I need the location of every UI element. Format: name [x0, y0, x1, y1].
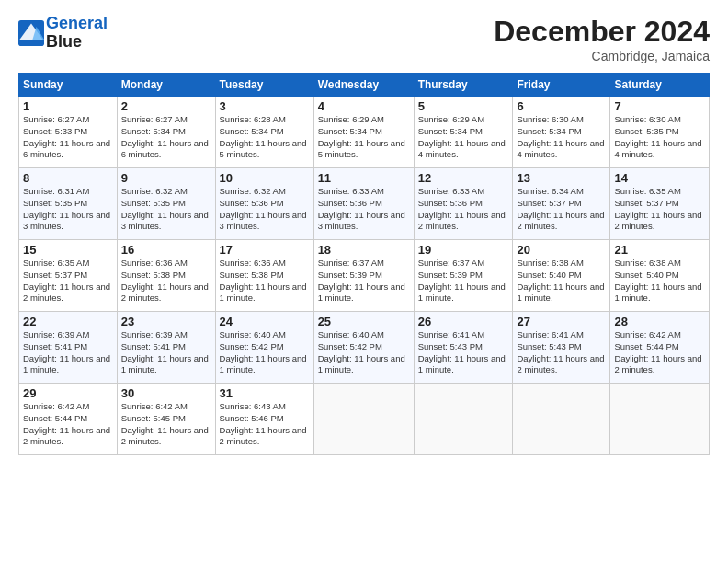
- day-info: Sunrise: 6:33 AMSunset: 5:36 PMDaylight:…: [418, 186, 509, 233]
- day-number: 22: [23, 315, 113, 328]
- day-number: 24: [220, 315, 310, 328]
- logo-text: General Blue: [46, 15, 108, 52]
- table-row: 8Sunrise: 6:31 AMSunset: 5:35 PMDaylight…: [19, 168, 118, 240]
- table-row: 1Sunrise: 6:27 AMSunset: 5:33 PMDaylight…: [19, 97, 118, 168]
- day-number: 30: [121, 386, 211, 400]
- table-row: 28Sunrise: 6:42 AMSunset: 5:44 PMDayligh…: [610, 312, 710, 384]
- day-info: Sunrise: 6:27 AMSunset: 5:33 PMDaylight:…: [23, 114, 113, 161]
- day-number: 5: [418, 99, 509, 113]
- day-info: Sunrise: 6:39 AMSunset: 5:41 PMDaylight:…: [23, 329, 113, 376]
- day-number: 14: [614, 171, 705, 185]
- day-number: 23: [121, 315, 211, 328]
- logo: General Blue: [18, 15, 108, 52]
- day-number: 18: [318, 243, 410, 257]
- day-info: Sunrise: 6:30 AMSunset: 5:35 PMDaylight:…: [614, 114, 705, 161]
- table-row: 24Sunrise: 6:40 AMSunset: 5:42 PMDayligh…: [215, 312, 313, 384]
- col-saturday: Saturday: [610, 74, 710, 97]
- table-row: 16Sunrise: 6:36 AMSunset: 5:38 PMDayligh…: [117, 240, 215, 312]
- calendar-week-3: 15Sunrise: 6:35 AMSunset: 5:37 PMDayligh…: [19, 240, 710, 312]
- table-row: 10Sunrise: 6:32 AMSunset: 5:36 PMDayligh…: [215, 168, 313, 240]
- table-row: 6Sunrise: 6:30 AMSunset: 5:34 PMDaylight…: [513, 97, 610, 168]
- day-info: Sunrise: 6:27 AMSunset: 5:34 PMDaylight:…: [121, 114, 211, 161]
- day-info: Sunrise: 6:28 AMSunset: 5:34 PMDaylight:…: [220, 114, 310, 161]
- day-number: 2: [121, 99, 211, 113]
- day-info: Sunrise: 6:38 AMSunset: 5:40 PMDaylight:…: [517, 258, 606, 304]
- day-number: 27: [517, 315, 606, 328]
- day-number: 11: [318, 171, 410, 185]
- table-row: 22Sunrise: 6:39 AMSunset: 5:41 PMDayligh…: [19, 312, 118, 384]
- col-sunday: Sunday: [19, 74, 118, 97]
- table-row: 9Sunrise: 6:32 AMSunset: 5:35 PMDaylight…: [117, 168, 215, 240]
- day-number: 16: [121, 243, 211, 257]
- table-row: [513, 384, 610, 455]
- day-info: Sunrise: 6:40 AMSunset: 5:42 PMDaylight:…: [220, 329, 310, 376]
- day-number: 21: [614, 243, 705, 257]
- day-info: Sunrise: 6:37 AMSunset: 5:39 PMDaylight:…: [318, 258, 410, 304]
- day-number: 6: [517, 99, 606, 113]
- col-wednesday: Wednesday: [313, 74, 414, 97]
- day-number: 25: [318, 315, 410, 328]
- table-row: 26Sunrise: 6:41 AMSunset: 5:43 PMDayligh…: [414, 312, 513, 384]
- day-info: Sunrise: 6:35 AMSunset: 5:37 PMDaylight:…: [23, 258, 113, 304]
- table-row: 4Sunrise: 6:29 AMSunset: 5:34 PMDaylight…: [313, 97, 414, 168]
- day-info: Sunrise: 6:29 AMSunset: 5:34 PMDaylight:…: [318, 114, 410, 161]
- day-number: 10: [220, 171, 310, 185]
- day-info: Sunrise: 6:39 AMSunset: 5:41 PMDaylight:…: [121, 329, 211, 376]
- day-number: 17: [220, 243, 310, 257]
- day-info: Sunrise: 6:29 AMSunset: 5:34 PMDaylight:…: [418, 114, 509, 161]
- table-row: 3Sunrise: 6:28 AMSunset: 5:34 PMDaylight…: [215, 97, 313, 168]
- table-row: 31Sunrise: 6:43 AMSunset: 5:46 PMDayligh…: [215, 384, 313, 455]
- day-info: Sunrise: 6:42 AMSunset: 5:44 PMDaylight:…: [23, 401, 113, 448]
- day-number: 8: [23, 171, 113, 185]
- calendar-table: Sunday Monday Tuesday Wednesday Thursday…: [18, 73, 710, 455]
- day-info: Sunrise: 6:41 AMSunset: 5:43 PMDaylight:…: [517, 329, 606, 376]
- table-row: 15Sunrise: 6:35 AMSunset: 5:37 PMDayligh…: [19, 240, 118, 312]
- day-number: 4: [318, 99, 410, 113]
- table-row: 25Sunrise: 6:40 AMSunset: 5:42 PMDayligh…: [313, 312, 414, 384]
- table-row: [313, 384, 414, 455]
- header-row: Sunday Monday Tuesday Wednesday Thursday…: [19, 74, 710, 97]
- table-row: 2Sunrise: 6:27 AMSunset: 5:34 PMDaylight…: [117, 97, 215, 168]
- col-friday: Friday: [513, 74, 610, 97]
- calendar-page: General Blue December 2024 Cambridge, Ja…: [0, 0, 728, 563]
- table-row: 18Sunrise: 6:37 AMSunset: 5:39 PMDayligh…: [313, 240, 414, 312]
- logo-icon: [18, 20, 44, 46]
- day-info: Sunrise: 6:37 AMSunset: 5:39 PMDaylight:…: [418, 258, 509, 304]
- col-thursday: Thursday: [414, 74, 513, 97]
- table-row: 12Sunrise: 6:33 AMSunset: 5:36 PMDayligh…: [414, 168, 513, 240]
- table-row: 11Sunrise: 6:33 AMSunset: 5:36 PMDayligh…: [313, 168, 414, 240]
- day-number: 20: [517, 243, 606, 257]
- col-monday: Monday: [117, 74, 215, 97]
- calendar-week-1: 1Sunrise: 6:27 AMSunset: 5:33 PMDaylight…: [19, 97, 710, 168]
- calendar-week-5: 29Sunrise: 6:42 AMSunset: 5:44 PMDayligh…: [19, 384, 710, 455]
- day-info: Sunrise: 6:36 AMSunset: 5:38 PMDaylight:…: [121, 258, 211, 304]
- day-info: Sunrise: 6:33 AMSunset: 5:36 PMDaylight:…: [318, 186, 410, 233]
- table-row: [414, 384, 513, 455]
- day-info: Sunrise: 6:32 AMSunset: 5:36 PMDaylight:…: [220, 186, 310, 233]
- table-row: 20Sunrise: 6:38 AMSunset: 5:40 PMDayligh…: [513, 240, 610, 312]
- day-number: 19: [418, 243, 509, 257]
- table-row: 29Sunrise: 6:42 AMSunset: 5:44 PMDayligh…: [19, 384, 118, 455]
- table-row: 5Sunrise: 6:29 AMSunset: 5:34 PMDaylight…: [414, 97, 513, 168]
- day-info: Sunrise: 6:42 AMSunset: 5:44 PMDaylight:…: [614, 329, 705, 376]
- day-info: Sunrise: 6:42 AMSunset: 5:45 PMDaylight:…: [121, 401, 211, 448]
- day-number: 1: [23, 99, 113, 113]
- table-row: 30Sunrise: 6:42 AMSunset: 5:45 PMDayligh…: [117, 384, 215, 455]
- day-info: Sunrise: 6:41 AMSunset: 5:43 PMDaylight:…: [418, 329, 509, 376]
- day-number: 28: [614, 315, 705, 328]
- day-info: Sunrise: 6:43 AMSunset: 5:46 PMDaylight:…: [220, 401, 310, 448]
- day-number: 7: [614, 99, 705, 113]
- table-row: 27Sunrise: 6:41 AMSunset: 5:43 PMDayligh…: [513, 312, 610, 384]
- table-row: 14Sunrise: 6:35 AMSunset: 5:37 PMDayligh…: [610, 168, 710, 240]
- day-info: Sunrise: 6:30 AMSunset: 5:34 PMDaylight:…: [517, 114, 606, 161]
- day-number: 15: [23, 243, 113, 257]
- month-title: December 2024: [494, 15, 710, 49]
- table-row: [610, 384, 710, 455]
- day-number: 29: [23, 386, 113, 400]
- day-info: Sunrise: 6:32 AMSunset: 5:35 PMDaylight:…: [121, 186, 211, 233]
- day-number: 12: [418, 171, 509, 185]
- table-row: 13Sunrise: 6:34 AMSunset: 5:37 PMDayligh…: [513, 168, 610, 240]
- title-block: December 2024 Cambridge, Jamaica: [494, 15, 710, 63]
- day-info: Sunrise: 6:35 AMSunset: 5:37 PMDaylight:…: [614, 186, 705, 233]
- table-row: 21Sunrise: 6:38 AMSunset: 5:40 PMDayligh…: [610, 240, 710, 312]
